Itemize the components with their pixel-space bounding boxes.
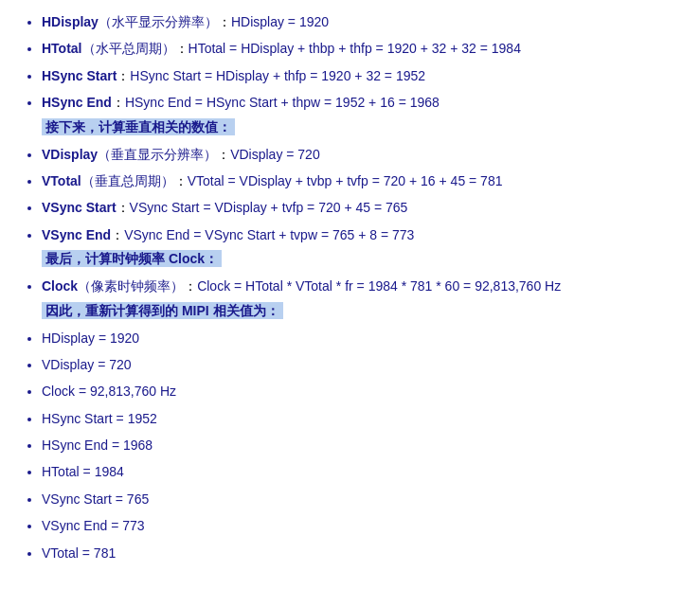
clock-label: Clock — [42, 278, 78, 294]
vtotal-note: （垂直总周期） — [81, 173, 174, 188]
htotal-colon: ： — [175, 41, 188, 56]
list-item: VTotal（垂直总周期）：VTotal = VDisplay + tvbp +… — [42, 170, 685, 191]
v-params-list: VDisplay（垂直显示分辨率）：VDisplay = 720 VTotal（… — [42, 144, 685, 246]
vsync-end-label: VSync End — [42, 227, 111, 242]
list-item: HSync End = 1968 — [42, 435, 685, 455]
summary-list: HDisplay = 1920 VDisplay = 720 Clock = 9… — [42, 328, 685, 564]
vsync-start-formula: VSync Start = VDisplay + tvfp = 720 + 45… — [130, 200, 408, 215]
hsync-end-formula: HSync End = HSync Start + thpw = 1952 + … — [125, 95, 440, 110]
hsync-start-label: HSync Start — [42, 68, 117, 83]
list-item: HSync End：HSync End = HSync Start + thpw… — [42, 92, 685, 113]
note-clock-text: 最后，计算时钟频率 Clock： — [42, 250, 222, 267]
note-mipi-text: 因此，重新计算得到的 MIPI 相关值为： — [42, 302, 283, 319]
list-item: HSync Start = 1952 — [42, 408, 685, 429]
list-item: HDisplay（水平显示分辨率）：HDisplay = 1920 — [42, 11, 685, 32]
hdisplay-formula: HDisplay = 1920 — [231, 14, 329, 29]
clock-colon: ： — [184, 278, 197, 294]
h-params-list: HDisplay（水平显示分辨率）：HDisplay = 1920 HTotal… — [42, 11, 685, 114]
list-item: VSync End = 773 — [42, 515, 685, 536]
vtotal-formula: VTotal = VDisplay + tvbp + tvfp = 720 + … — [188, 173, 503, 188]
vsync-end-colon: ： — [111, 227, 124, 242]
list-item: HDisplay = 1920 — [42, 328, 685, 348]
clock-note: （像素时钟频率） — [78, 278, 184, 294]
hsync-end-label: HSync End — [42, 95, 112, 110]
htotal-formula: HTotal = HDisplay + thbp + thfp = 1920 +… — [188, 41, 521, 56]
vtotal-label: VTotal — [42, 173, 81, 188]
vsync-end-formula: VSync End = VSync Start + tvpw = 765 + 8… — [124, 227, 414, 242]
htotal-label: HTotal — [42, 41, 82, 56]
vdisplay-label: VDisplay — [42, 147, 98, 162]
hsync-start-colon: ： — [117, 68, 130, 83]
note-vertical-text: 接下来，计算垂直相关的数值： — [42, 118, 235, 135]
vtotal-colon: ： — [174, 173, 188, 188]
vdisplay-formula: VDisplay = 720 — [230, 147, 320, 162]
hsync-start-formula: HSync Start = HDisplay + thfp = 1920 + 3… — [130, 68, 425, 83]
clock-list: Clock（像素时钟频率）：Clock = HTotal * VTotal * … — [42, 276, 685, 296]
vsync-start-colon: ： — [117, 200, 130, 215]
list-item: VSync Start = 765 — [42, 489, 685, 509]
note-mipi: 因此，重新计算得到的 MIPI 相关值为： — [42, 303, 685, 320]
list-item: VSync Start：VSync Start = VDisplay + tvf… — [42, 197, 685, 218]
list-item: VSync End：VSync End = VSync Start + tvpw… — [42, 224, 685, 245]
vsync-start-label: VSync Start — [42, 200, 117, 215]
list-item: VDisplay（垂直显示分辨率）：VDisplay = 720 — [42, 144, 685, 165]
list-item: Clock（像素时钟频率）：Clock = HTotal * VTotal * … — [42, 276, 685, 296]
list-item: VTotal = 781 — [42, 543, 685, 563]
note-clock: 最后，计算时钟频率 Clock： — [42, 251, 685, 268]
list-item: HTotal = 1984 — [42, 461, 685, 482]
vdisplay-colon: ： — [217, 147, 230, 162]
hdisplay-colon: ： — [218, 14, 231, 29]
hdisplay-note: （水平显示分辨率） — [99, 14, 218, 29]
vdisplay-note: （垂直显示分辨率） — [98, 147, 217, 162]
list-item: HTotal（水平总周期）：HTotal = HDisplay + thbp +… — [42, 38, 685, 59]
list-item: VDisplay = 720 — [42, 354, 685, 375]
hsync-end-colon: ： — [112, 95, 125, 110]
note-vertical: 接下来，计算垂直相关的数值： — [42, 119, 685, 136]
list-item: Clock = 92,813,760 Hz — [42, 381, 685, 402]
hdisplay-label: HDisplay — [42, 14, 99, 29]
content-container: HDisplay（水平显示分辨率）：HDisplay = 1920 HTotal… — [15, 11, 685, 563]
list-item: HSync Start：HSync Start = HDisplay + thf… — [42, 65, 685, 86]
clock-formula: Clock = HTotal * VTotal * fr = 1984 * 78… — [197, 278, 561, 294]
htotal-note: （水平总周期） — [82, 41, 175, 56]
